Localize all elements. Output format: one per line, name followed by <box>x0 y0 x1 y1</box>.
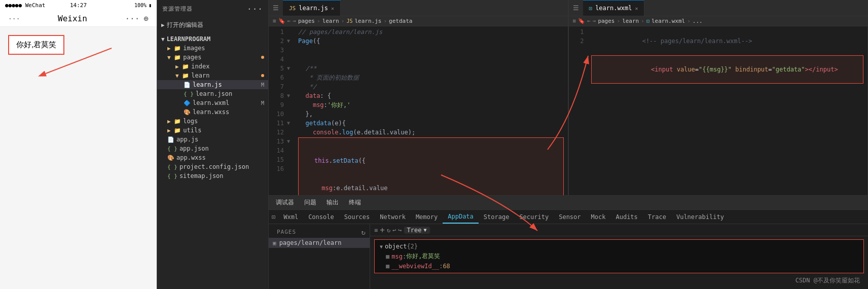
app-js-label: app.js <box>176 136 198 143</box>
code-line-10: }, <box>298 110 564 119</box>
debug-undo-icon[interactable]: ↩ <box>392 227 396 234</box>
phone-status-right: 100% ▮ <box>134 3 152 8</box>
file-learn-json[interactable]: { } learn.json <box>157 89 268 98</box>
debug-tab-appdata[interactable]: AppData <box>443 210 479 224</box>
folder-learn[interactable]: ▼ 📁 learn <box>157 71 268 80</box>
debug-toolbar: 调试器 问题 输出 终端 <box>269 196 868 210</box>
nav-fwd-right[interactable]: → <box>593 18 596 24</box>
obj-field-webview[interactable]: ■ __webviewId__ : 68 <box>378 262 860 271</box>
debug-tab-storage[interactable]: Storage <box>479 210 515 224</box>
hamburger-right-icon[interactable]: ☰ <box>573 4 579 12</box>
msg-expand[interactable]: ■ <box>386 253 389 260</box>
breadcrumb-text: pages <box>298 18 315 24</box>
debug-page-learn[interactable]: ▣ pages/learn/learn <box>269 238 370 248</box>
debug-tab-audits[interactable]: Audits <box>610 210 642 224</box>
file-learn-js[interactable]: 📄 learn.js M <box>157 80 268 89</box>
obj-field-msg[interactable]: ■ msg : 你好,君莫笑 <box>378 251 860 262</box>
tab-wxml-close[interactable]: ✕ <box>635 6 638 11</box>
debug-data-toolbar: ≡ + ↻ ↩ ↪ Tree ▼ <box>370 224 868 236</box>
tab-learn-wxml[interactable]: ⊡ learn.wxml ✕ <box>583 0 645 16</box>
debug-tab-debugger[interactable]: 调试器 <box>274 197 296 208</box>
pages-arrow: ▼ 📁 <box>167 54 181 61</box>
bookmark-right-icon: 🔖 <box>578 18 585 24</box>
file-learn-wxss[interactable]: 🎨 learn.wxss <box>157 107 268 117</box>
obj-root[interactable]: ▼ object {2} <box>378 242 860 251</box>
editor-left-toolbar[interactable]: ☰ <box>269 0 283 16</box>
file-app-wxss[interactable]: 🎨 app.wxss <box>157 153 268 162</box>
debug-tab-sensor[interactable]: Sensor <box>554 210 586 224</box>
tree-dropdown[interactable]: Tree ▼ <box>404 227 430 234</box>
file-app-js[interactable]: 📄 app.js <box>157 135 268 144</box>
debug-tab-wxml[interactable]: Wxml <box>278 210 303 224</box>
debug-redo-icon[interactable]: ↪ <box>398 227 402 234</box>
obj-expand-icon[interactable]: ▼ <box>380 244 383 249</box>
watermark: CSDN @不及你笑靥如花 <box>795 276 860 285</box>
code-line-6: * 页面的初始数据 <box>298 73 564 82</box>
debug-tab-terminal[interactable]: 终端 <box>347 197 363 208</box>
code-wxml-line-1: <!-- pages/learn/learn.wxml--> <box>591 27 864 55</box>
breadcrumb-icon: ≡ <box>273 18 276 24</box>
nav-more-icon[interactable]: ··· <box>125 14 139 23</box>
index-arrow: ▶ 📁 <box>175 63 189 70</box>
debug-tab-security[interactable]: Security <box>514 210 554 224</box>
nav-back-right[interactable]: ← <box>587 18 591 24</box>
file-app-json[interactable]: { } app.json <box>157 144 268 153</box>
tab-learn-js-close[interactable]: ✕ <box>331 6 334 11</box>
explorer-open-editors[interactable]: ▶ 打开的编辑器 <box>157 18 268 32</box>
debug-tab-mock[interactable]: Mock <box>586 210 611 224</box>
folder-index[interactable]: ▶ 📁 index <box>157 62 268 71</box>
folder-utils[interactable]: ▶ 📁 utils <box>157 126 268 135</box>
hamburger-icon[interactable]: ☰ <box>273 4 279 12</box>
debug-tab-output[interactable]: 输出 <box>324 197 341 208</box>
code-line-5: /** <box>298 64 564 73</box>
debug-square-icon: ⊡ <box>272 213 275 221</box>
project-root[interactable]: ▼ LEARNPROGRAM <box>157 34 268 44</box>
debug-tab-network[interactable]: Network <box>375 210 411 224</box>
learn-js-badge: M <box>261 82 264 88</box>
editors-area: ☰ JS learn.js ✕ ≡ 🔖 ← → pages › learn <box>269 0 868 289</box>
code-right: <!-- pages/learn/learn.wxml--> <input va… <box>587 26 868 195</box>
debug-tab-issues[interactable]: 问题 <box>302 197 318 208</box>
debug-tab-trace[interactable]: Trace <box>643 210 671 224</box>
debug-pages-header-row: Pages ↻ <box>269 226 370 238</box>
breadcrumb-learn: learn <box>322 18 339 24</box>
folder-logs-label: logs <box>183 118 198 125</box>
nav-icons: ··· ⊕ <box>125 14 149 23</box>
webview-expand[interactable]: ■ <box>386 263 389 270</box>
breadcrumb-right-filename: learn.wxml <box>652 18 685 24</box>
breadcrumb-file-icon: JS <box>346 18 352 24</box>
tab-learn-js[interactable]: JS learn.js ✕ <box>283 0 341 16</box>
folder-pages[interactable]: ▼ 📁 pages <box>157 53 268 62</box>
carrier-text: ●●●●● WeChat <box>5 2 45 9</box>
nav-fwd-editor[interactable]: → <box>293 18 296 24</box>
debug-tab-vulnerability[interactable]: Vulnerability <box>671 210 729 224</box>
debug-reload-icon[interactable]: ↻ <box>387 227 390 234</box>
debug-tab-console[interactable]: Console <box>303 210 339 224</box>
editor-left-body: 1234 5678 9101112 13141516 ▼ ▼ ▼ <box>269 26 568 195</box>
sitemap-icon: { } <box>167 173 177 179</box>
folder-images[interactable]: ▶ 📁 images <box>157 44 268 53</box>
file-sitemap[interactable]: { } sitemap.json <box>157 171 268 180</box>
folder-logs[interactable]: ▶ 📁 logs <box>157 117 268 126</box>
debug-tab-memory[interactable]: Memory <box>411 210 443 224</box>
data-object-box: ▼ object {2} ■ msg : 你好,君莫笑 <box>374 239 864 273</box>
nav-search-icon[interactable]: ⊕ <box>143 14 149 23</box>
learn-arrow: ▼ 📁 <box>175 73 189 79</box>
app-wxss-icon: 🎨 <box>167 155 174 161</box>
debug-tab-sources[interactable]: Sources <box>339 210 375 224</box>
nav-back-icon[interactable]: ··· <box>8 15 20 22</box>
explorer-header: 资源管理器 ··· <box>157 0 268 18</box>
learn-js-icon: 📄 <box>184 82 191 88</box>
file-project-config[interactable]: { } project.config.json <box>157 162 268 171</box>
explorer-more-icon[interactable]: ··· <box>247 4 263 14</box>
bookmark-icon: 🔖 <box>278 18 285 24</box>
open-editors-label[interactable]: ▶ 打开的编辑器 <box>157 20 268 30</box>
debug-add-icon[interactable]: + <box>380 225 385 235</box>
webview-key: __webviewId__ <box>391 263 439 270</box>
nav-back-editor[interactable]: ← <box>287 18 291 24</box>
pages-dot-badge <box>261 56 264 59</box>
debug-refresh-icon[interactable]: ↻ <box>361 228 366 236</box>
learn-json-label: learn.json <box>196 90 232 97</box>
file-learn-wxml[interactable]: 🔷 learn.wxml M <box>157 98 268 107</box>
editor-right-breadcrumb: ≡ 🔖 ← → pages › learn › ⊡ learn.wxml › .… <box>569 16 868 26</box>
